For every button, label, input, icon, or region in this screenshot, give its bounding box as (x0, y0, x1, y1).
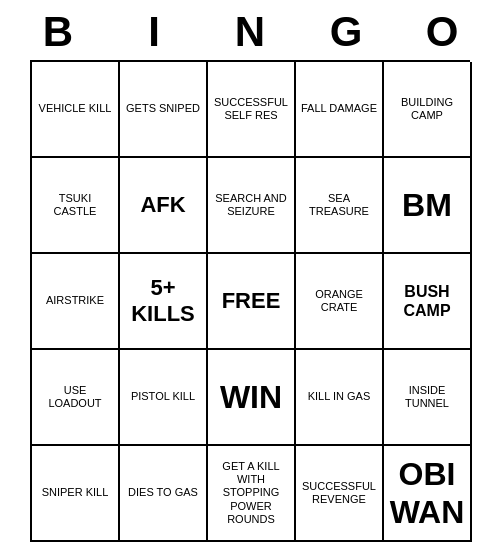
cell-text: AFK (140, 192, 185, 218)
bingo-cell: USE LOADOUT (32, 350, 120, 446)
bingo-cell: WIN (208, 350, 296, 446)
bingo-letter: B (14, 8, 102, 56)
bingo-cell: BM (384, 158, 472, 254)
bingo-letter: G (302, 8, 390, 56)
bingo-letter: N (206, 8, 294, 56)
cell-text: KILL IN GAS (308, 390, 371, 403)
bingo-cell: SEA TREASURE (296, 158, 384, 254)
cell-text: BUILDING CAMP (388, 96, 466, 122)
bingo-cell: SEARCH AND SEIZURE (208, 158, 296, 254)
bingo-cell: BUSH CAMP (384, 254, 472, 350)
cell-text: SNIPER KILL (42, 486, 109, 499)
cell-text: FALL DAMAGE (301, 102, 377, 115)
bingo-cell: BUILDING CAMP (384, 62, 472, 158)
bingo-cell: VEHICLE KILL (32, 62, 120, 158)
bingo-cell: AIRSTRIKE (32, 254, 120, 350)
bingo-cell: SUCCESSFUL SELF RES (208, 62, 296, 158)
cell-text: SUCCESSFUL SELF RES (212, 96, 290, 122)
bingo-cell: TSUKI CASTLE (32, 158, 120, 254)
bingo-letter: O (398, 8, 486, 56)
cell-text: BM (402, 186, 452, 224)
bingo-cell: DIES TO GAS (120, 446, 208, 542)
bingo-cell: SUCCESSFUL REVENGE (296, 446, 384, 542)
bingo-cell: AFK (120, 158, 208, 254)
bingo-cell: FREE (208, 254, 296, 350)
cell-text: FREE (222, 288, 281, 314)
bingo-letter: I (110, 8, 198, 56)
cell-text: ORANGE CRATE (300, 288, 378, 314)
cell-text: SEARCH AND SEIZURE (212, 192, 290, 218)
bingo-cell: OBI WAN (384, 446, 472, 542)
cell-text: WIN (220, 378, 282, 416)
cell-text: SUCCESSFUL REVENGE (300, 480, 378, 506)
bingo-cell: FALL DAMAGE (296, 62, 384, 158)
cell-text: DIES TO GAS (128, 486, 198, 499)
cell-text: BUSH CAMP (388, 282, 466, 320)
cell-text: PISTOL KILL (131, 390, 195, 403)
bingo-cell: GET A KILL WITH STOPPING POWER ROUNDS (208, 446, 296, 542)
bingo-header: BINGO (10, 0, 490, 60)
cell-text: USE LOADOUT (36, 384, 114, 410)
bingo-cell: KILL IN GAS (296, 350, 384, 446)
bingo-cell: SNIPER KILL (32, 446, 120, 542)
cell-text: SEA TREASURE (300, 192, 378, 218)
cell-text: 5+ KILLS (124, 275, 202, 328)
bingo-cell: 5+ KILLS (120, 254, 208, 350)
cell-text: GETS SNIPED (126, 102, 200, 115)
cell-text: INSIDE TUNNEL (388, 384, 466, 410)
bingo-cell: INSIDE TUNNEL (384, 350, 472, 446)
bingo-cell: GETS SNIPED (120, 62, 208, 158)
cell-text: GET A KILL WITH STOPPING POWER ROUNDS (212, 460, 290, 526)
bingo-cell: PISTOL KILL (120, 350, 208, 446)
cell-text: VEHICLE KILL (39, 102, 112, 115)
cell-text: AIRSTRIKE (46, 294, 104, 307)
cell-text: OBI WAN (388, 455, 466, 532)
bingo-cell: ORANGE CRATE (296, 254, 384, 350)
cell-text: TSUKI CASTLE (36, 192, 114, 218)
bingo-grid: VEHICLE KILLGETS SNIPEDSUCCESSFUL SELF R… (30, 60, 470, 542)
